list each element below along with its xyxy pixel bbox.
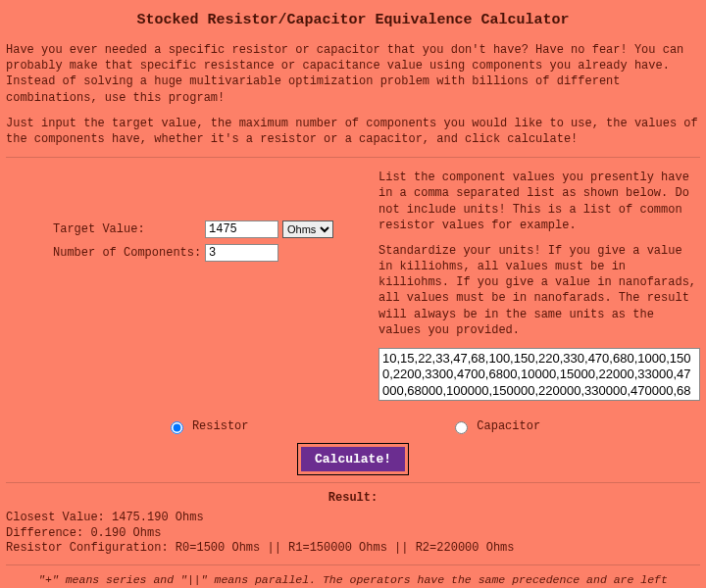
intro-p2: Just input the target value, the maximum… — [6, 116, 700, 147]
result-difference: Difference: 0.190 Ohms — [6, 526, 700, 542]
target-value-input[interactable] — [205, 220, 278, 238]
result-config: Resistor Configuration: R0=1500 Ohms || … — [6, 541, 700, 557]
values-help-p1: List the component values you presently … — [378, 170, 700, 233]
result-heading: Result: — [6, 491, 700, 505]
component-type-radios: Resistor Capacitor — [6, 418, 700, 434]
intro-p1: Have you ever needed a specific resistor… — [6, 42, 700, 106]
target-value-row: Target Value: Ohms — [6, 220, 369, 238]
capacitor-radio-item[interactable]: Capacitor — [450, 418, 540, 434]
capacitor-radio-label: Capacitor — [477, 419, 540, 433]
target-value-label: Target Value: — [53, 222, 205, 236]
calculate-button[interactable]: Calculate! — [298, 444, 408, 474]
values-textarea[interactable] — [378, 348, 700, 401]
resistor-radio[interactable] — [171, 421, 183, 434]
divider-mid — [6, 482, 700, 483]
left-column: Target Value: Ohms Number of Components: — [6, 166, 369, 405]
divider-bottom — [6, 564, 700, 565]
page-title: Stocked Resistor/Capacitor Equivalence C… — [6, 12, 700, 28]
capacitor-radio[interactable] — [455, 421, 468, 434]
page-root: Stocked Resistor/Capacitor Equivalence C… — [0, 0, 706, 588]
right-column: List the component values you presently … — [378, 166, 700, 405]
num-components-label: Number of Components: — [53, 246, 205, 260]
form-area: Target Value: Ohms Number of Components:… — [6, 166, 700, 405]
num-components-input[interactable] — [205, 244, 278, 262]
result-lines: Closest Value: 1475.190 Ohms Difference:… — [6, 511, 700, 557]
divider-top — [6, 157, 700, 158]
resistor-radio-item[interactable]: Resistor — [166, 418, 249, 434]
footnote: "+" means series and "||" means parallel… — [6, 573, 700, 588]
button-row: Calculate! — [6, 444, 700, 474]
num-components-row: Number of Components: — [6, 244, 369, 262]
values-help-p2: Standardize your units! If you give a va… — [378, 243, 700, 338]
resistor-radio-label: Resistor — [192, 419, 249, 433]
unit-select[interactable]: Ohms — [282, 220, 333, 238]
result-closest: Closest Value: 1475.190 Ohms — [6, 511, 700, 526]
result-block: Result: Closest Value: 1475.190 Ohms Dif… — [6, 491, 700, 588]
intro-block: Have you ever needed a specific resistor… — [6, 42, 700, 147]
